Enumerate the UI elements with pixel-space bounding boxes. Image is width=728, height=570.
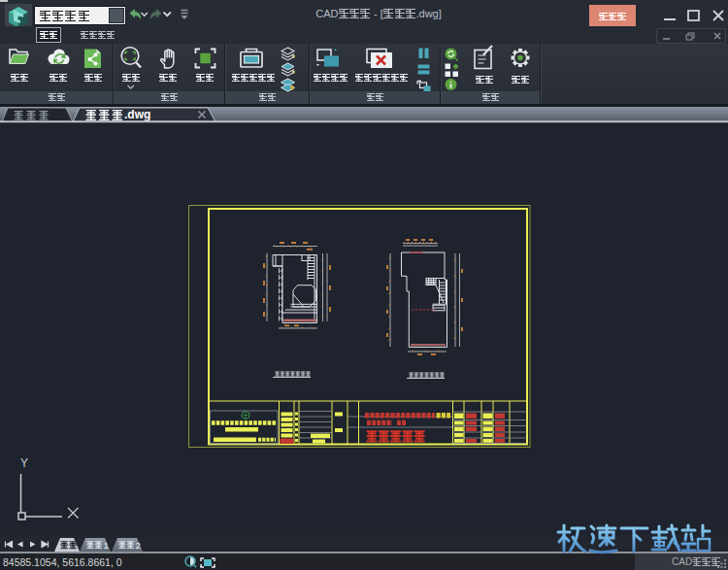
svg-text:1: 1 <box>104 540 109 551</box>
svg-text:.dwg: .dwg <box>124 108 150 121</box>
svg-text:2: 2 <box>136 540 141 551</box>
svg-text:Y: Y <box>20 456 28 470</box>
